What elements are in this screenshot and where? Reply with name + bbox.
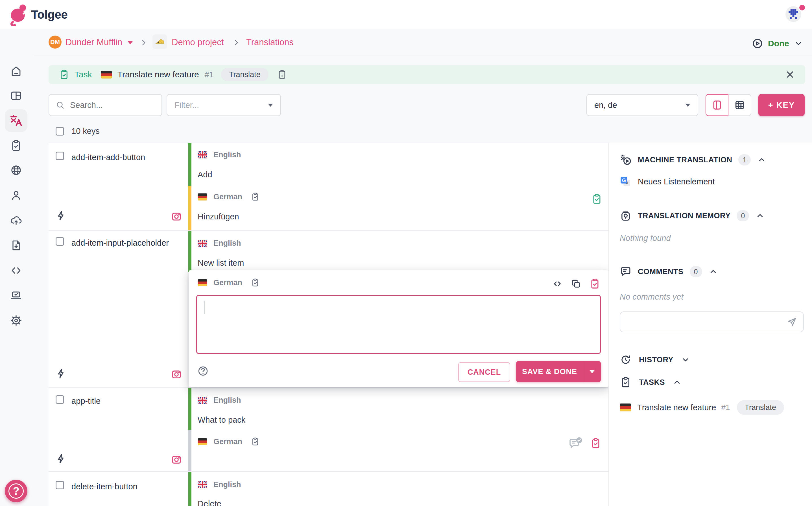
home-icon (10, 65, 22, 77)
sidebar-item-members[interactable] (10, 189, 22, 201)
sidebar-item-home[interactable] (10, 65, 22, 77)
mt-suggestion[interactable]: G Neues Listenelement (620, 176, 715, 187)
task-done-clipboard-icon[interactable] (591, 193, 603, 205)
task-state-control[interactable]: Done (751, 36, 812, 51)
chevron-down-icon[interactable] (681, 355, 690, 364)
sidebar-item-settings[interactable] (10, 314, 22, 327)
row-checkbox[interactable] (56, 152, 64, 160)
translation-cell-english[interactable]: English New list item (198, 239, 599, 268)
select-all-checkbox[interactable] (56, 127, 64, 136)
screenshot-camera-icon[interactable] (171, 368, 182, 380)
sidebar-item-languages[interactable] (10, 164, 22, 176)
lightning-icon[interactable] (56, 368, 66, 379)
key-name[interactable]: add-item-add-button (72, 152, 145, 163)
row-checkbox[interactable] (56, 237, 64, 246)
uk-flag-icon (198, 151, 207, 158)
task-list-item[interactable]: Translate new feature #1 Translate (620, 400, 804, 415)
table-row: app-title English What to pack German (49, 388, 609, 471)
translation-cell-english[interactable]: English Delete (198, 480, 599, 506)
chevron-up-icon[interactable] (672, 377, 682, 387)
sidebar-item-developer[interactable] (10, 289, 22, 302)
translation-memory-empty: Nothing found (620, 234, 671, 243)
key-name[interactable]: add-item-input-placeholder (72, 237, 184, 248)
view-list-button[interactable] (706, 94, 728, 116)
row-checkbox[interactable] (56, 395, 64, 404)
translation-textarea-wrap (196, 295, 601, 354)
lightning-icon[interactable] (56, 453, 66, 464)
tasks-header[interactable]: TASKS (620, 376, 682, 388)
filter-select[interactable]: Filter... (167, 94, 281, 116)
chevron-up-icon[interactable] (755, 211, 765, 221)
add-key-button[interactable]: + KEY (758, 94, 805, 116)
select-all-row: 10 keys (56, 126, 100, 136)
reviewed-clipboard-icon (251, 437, 260, 446)
save-options-button[interactable] (583, 361, 601, 382)
task-detail-clipboard-icon[interactable] (277, 70, 287, 80)
task-banner-title[interactable]: Translate new feature (117, 70, 199, 79)
machine-translation-header[interactable]: MACHINE TRANSLATION 1 (620, 154, 766, 166)
globe-icon (10, 164, 22, 176)
copy-icon[interactable] (570, 278, 581, 289)
view-table-button[interactable] (728, 94, 751, 116)
breadcrumb-project[interactable]: Demo project (172, 37, 223, 48)
org-avatar[interactable]: DM (49, 35, 62, 49)
view-toggle (706, 94, 751, 116)
key-name[interactable]: delete-item-button (72, 481, 138, 492)
breadcrumb-org[interactable]: Dunder Mufflin (66, 37, 122, 48)
sidebar-item-translations-active[interactable] (5, 109, 27, 132)
brand-name[interactable]: Tolgee (31, 8, 68, 21)
languages-value: en, de (594, 100, 617, 110)
sidebar-item-tasks[interactable] (10, 140, 22, 152)
sidebar-item-integrate[interactable] (10, 264, 22, 277)
history-header[interactable]: HISTORY (620, 354, 690, 366)
translation-memory-title: TRANSLATION MEMORY (638, 212, 730, 220)
sidebar-item-import[interactable] (10, 214, 22, 227)
task-banner-number: #1 (205, 70, 214, 79)
tasks-title: TASKS (639, 378, 665, 387)
tasks-clipboard-icon (620, 376, 632, 388)
lightning-icon[interactable] (56, 210, 66, 221)
save-done-button[interactable]: SAVE & DONE (516, 361, 601, 382)
language-label: English (213, 396, 241, 405)
chevron-up-icon[interactable] (708, 267, 718, 276)
translation-value: Delete (198, 499, 599, 506)
machine-translation-title: MACHINE TRANSLATION (638, 156, 732, 164)
key-name[interactable]: app-title (72, 395, 100, 407)
assign-task-clipboard-icon[interactable] (590, 438, 601, 449)
screenshot-camera-icon[interactable] (171, 210, 182, 222)
tolgee-logo[interactable] (8, 3, 28, 26)
send-icon[interactable] (786, 316, 798, 328)
task-state-label: Done (768, 39, 789, 48)
translation-textarea[interactable] (197, 296, 600, 353)
reviewed-clipboard-icon[interactable] (251, 278, 260, 287)
translation-memory-header[interactable]: TRANSLATION MEMORY 0 (620, 210, 765, 222)
languages-select[interactable]: en, de (587, 94, 698, 116)
search-input[interactable] (70, 100, 155, 110)
laptop-check-icon (10, 289, 22, 302)
gear-icon (10, 314, 22, 327)
translation-cell-german[interactable]: German (198, 437, 599, 446)
help-button[interactable]: ? (5, 480, 27, 502)
cancel-button[interactable]: CANCEL (458, 362, 510, 382)
comment-check-icon[interactable] (569, 436, 583, 450)
breadcrumb-page[interactable]: Translations (246, 37, 294, 48)
close-icon[interactable] (785, 70, 795, 80)
mark-done-clipboard-icon[interactable] (589, 278, 601, 289)
translation-cell-english[interactable]: English What to pack (198, 396, 599, 425)
german-flag-icon (198, 193, 207, 200)
code-editor-icon[interactable] (552, 278, 563, 289)
comments-header[interactable]: COMMENTS 0 (620, 266, 718, 277)
translation-value: What to pack (198, 415, 599, 425)
comments-badge: 0 (690, 266, 702, 277)
help-circle-icon[interactable] (197, 365, 209, 377)
org-caret-icon[interactable] (127, 41, 133, 44)
screenshot-camera-icon[interactable] (171, 453, 182, 465)
row-checkbox[interactable] (56, 481, 64, 489)
translation-cell-english[interactable]: English Add (198, 151, 599, 179)
keys-count: 10 keys (72, 126, 100, 136)
chevron-up-icon[interactable] (757, 155, 766, 165)
translation-cell-german[interactable]: German Hinzufügen (198, 192, 599, 222)
sidebar-item-export[interactable] (10, 239, 22, 252)
comment-input[interactable] (627, 317, 786, 327)
sidebar-item-dashboard[interactable] (10, 89, 22, 102)
